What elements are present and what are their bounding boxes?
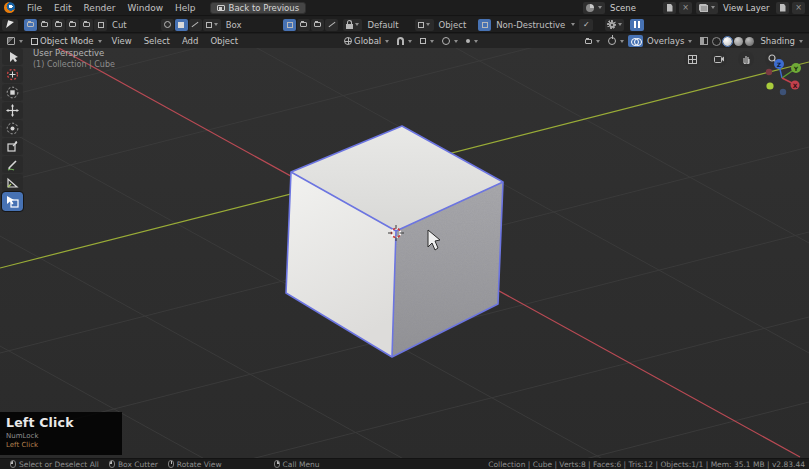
scene-name[interactable]: Scene [608,3,660,13]
shading-dropdown[interactable]: Shading [756,35,807,47]
operation-cut-button[interactable] [24,19,37,31]
view-layer-browse-button[interactable] [696,2,718,14]
operation-inset-button[interactable] [52,19,65,31]
remove-view-layer-button[interactable]: × [792,2,805,14]
visibility-icon [585,39,592,44]
proportional-edit-toggle[interactable] [438,35,462,47]
blender-logo-icon[interactable] [4,2,15,13]
persp-ortho-button[interactable] [684,51,700,67]
ngon-shape-icon [192,22,199,28]
object-visibility-dropdown[interactable] [581,35,604,47]
shading-wireframe-button[interactable] [712,37,721,46]
settings-dropdown-button[interactable] [605,19,624,31]
operation-knife-button[interactable] [80,19,93,31]
snap-target-icon [420,38,426,44]
falloff-selector[interactable] [462,35,482,47]
operation-join-button[interactable] [66,19,79,31]
operation-slice-button[interactable] [38,19,51,31]
behavior-toggle-button[interactable] [478,19,491,31]
chevron-down-icon[interactable] [571,23,575,26]
shading-material-button[interactable] [734,37,743,46]
object-mode-icon [31,38,38,45]
mode-selector[interactable]: Object Mode [27,35,106,47]
cursor-tool[interactable] [2,66,23,83]
boxcutter-tool-button[interactable] [2,19,18,31]
xray-toggle[interactable] [696,35,712,47]
measure-tool[interactable] [2,174,23,191]
target-icon [418,22,424,28]
menu-view[interactable]: View [106,36,138,46]
scene-canvas [0,48,809,458]
surface-object-button[interactable] [283,19,296,31]
shape-custom-button[interactable] [203,19,221,31]
menu-object[interactable]: Object [204,36,244,46]
menu-edit[interactable]: Edit [48,1,77,15]
menu-select[interactable]: Select [138,36,176,46]
hint-call-menu: Call Menu [274,460,320,469]
magnet-icon [397,37,404,45]
gizmo-z-neg[interactable] [780,89,786,95]
shape-ngon-button[interactable] [189,19,202,31]
menu-help[interactable]: Help [169,1,202,15]
left-mouse-drag-icon [109,460,115,468]
viewport-3d[interactable]: User Perspective (1) Collection | Cube [0,48,809,458]
gizmo-x-neg[interactable] [766,69,772,75]
shading-rendered-button[interactable] [745,37,754,46]
move-tool[interactable] [2,84,23,101]
hint-select: Select or Deselect All [10,460,99,469]
operation-extract-button[interactable] [94,19,107,31]
shading-solid-button[interactable] [723,37,732,46]
overlays-toggle[interactable] [628,35,643,47]
menu-render[interactable]: Render [78,1,122,15]
new-view-layer-button[interactable] [776,2,789,14]
right-mouse-icon [274,460,280,468]
select-box-tool[interactable] [2,48,23,65]
snapping-toggle[interactable] [393,35,416,47]
transform-orientation-selector[interactable]: Global [340,35,393,47]
xray-icon [700,37,708,45]
hint-boxcutter: Box Cutter [109,460,158,469]
surface-center-button[interactable] [311,19,324,31]
chevron-down-icon [618,23,622,26]
surface-cursor-button[interactable] [297,19,310,31]
target-label: Object [439,20,467,30]
gizmo-y-neg[interactable] [766,82,773,89]
screencast-keys-panel: Left Click NumLock Left Click [0,412,122,455]
scale-tool[interactable] [2,120,23,137]
overlays-icon [631,38,640,45]
overlays-dropdown[interactable]: Overlays [643,35,696,47]
menu-add[interactable]: Add [176,36,204,46]
apply-check-button[interactable]: ✓ [579,19,593,31]
editor-type-button[interactable] [3,35,27,47]
view-layer-name[interactable]: View Layer [721,3,773,13]
menu-file[interactable]: File [21,1,48,15]
rotate-tool[interactable] [2,102,23,119]
boxcutter-active-tool[interactable] [2,192,23,211]
menu-window[interactable]: Window [122,1,170,15]
annotate-tool[interactable] [2,156,23,173]
gizmos-dropdown[interactable] [604,35,628,47]
scene-stats: Collection | Cube | Verts:8 | Faces:6 | … [488,460,805,469]
target-dropdown-button[interactable] [415,19,434,31]
new-scene-button[interactable] [663,2,676,14]
snap-lock-button[interactable] [343,19,362,31]
camera-view-button[interactable] [711,51,727,67]
shape-label: Box [226,20,242,30]
chevron-down-icon [408,40,412,43]
surface-view-button[interactable] [325,19,338,31]
back-to-previous-button[interactable]: Back to Previous [210,2,307,14]
surface-cursor-icon [300,22,307,27]
snap-target-selector[interactable] [416,35,438,47]
navigation-gizmo[interactable]: Z Y X [759,56,805,102]
scene-browse-button[interactable] [583,2,605,14]
pause-button[interactable] [630,19,644,31]
orientation-label: Global [354,36,381,46]
pause-icon [638,21,640,28]
shape-box-button[interactable] [175,19,188,31]
shape-circle-button[interactable] [161,19,174,31]
unlink-scene-button[interactable]: × [679,2,692,14]
new-scene-icon [667,4,673,12]
transform-tool[interactable] [2,138,23,155]
cube-object[interactable] [286,126,510,368]
pan-view-button[interactable] [738,51,754,67]
